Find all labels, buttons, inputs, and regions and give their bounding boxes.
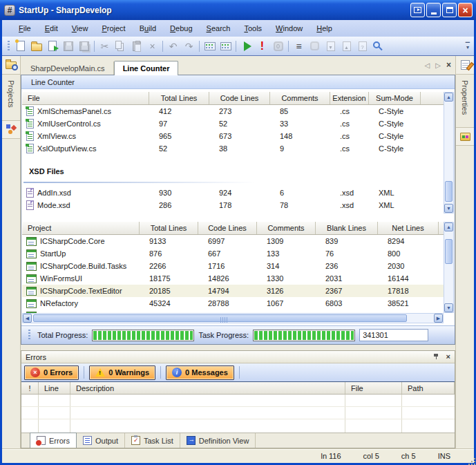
- project-row[interactable]: WinFormsUI 18175 14826 1330 2031 16144: [22, 272, 444, 285]
- warnings-filter-button[interactable]: 0 Warnings: [89, 366, 155, 380]
- toolbar-separator[interactable]: [197, 39, 202, 54]
- run-without-debugger-button[interactable]: !: [254, 39, 270, 54]
- bottom-tab-definition-view[interactable]: Definition View: [180, 433, 256, 448]
- properties-pad-label[interactable]: Properties: [461, 75, 469, 120]
- file-row[interactable]: AddIn.xsd 930 924 6 .xsd XML: [22, 187, 444, 199]
- column-header[interactable]: Net Lines: [378, 222, 439, 234]
- projects-table-scrollbar[interactable]: ▲ ▼: [444, 222, 454, 313]
- column-header[interactable]: Blank Lines: [316, 222, 378, 234]
- properties-pad-button[interactable]: [456, 56, 474, 75]
- toolbox-pad-button[interactable]: [456, 127, 474, 146]
- column-header[interactable]: Sum-Mode: [369, 92, 421, 104]
- bottom-tab-errors[interactable]: Errors: [30, 433, 77, 448]
- file-row[interactable]: XmlUserControl.cs 97 52 33 .cs C-Style: [22, 117, 444, 130]
- dock-button[interactable]: [410, 3, 425, 17]
- app-icon[interactable]: #: [4, 5, 15, 16]
- paste-button[interactable]: [128, 39, 144, 54]
- classes-pad-button[interactable]: [2, 120, 20, 139]
- menu-view[interactable]: View: [65, 22, 95, 35]
- scroll-left-icon[interactable]: ◀: [23, 314, 32, 323]
- column-header[interactable]: Code Lines: [198, 222, 257, 234]
- file-row[interactable]: XmlSchemasPanel.cs 412 273 85 .cs C-Styl…: [22, 105, 444, 117]
- rebuild-button[interactable]: [218, 39, 234, 54]
- tab-scroll-right-icon[interactable]: ▷: [435, 61, 441, 69]
- column-header[interactable]: Project: [22, 222, 140, 234]
- tab-sharpdevelopmain[interactable]: SharpDevelopMain.cs: [22, 61, 114, 75]
- column-header[interactable]: Line: [39, 382, 70, 394]
- errors-close-icon[interactable]: ×: [446, 353, 450, 361]
- scroll-down-icon[interactable]: ▼: [444, 303, 453, 312]
- projects-table-hscrollbar[interactable]: ◀ ▶: [22, 313, 444, 323]
- maximize-button[interactable]: [442, 3, 457, 17]
- column-header[interactable]: Comments: [270, 92, 330, 104]
- stop-button[interactable]: 0: [270, 39, 286, 54]
- errors-filter-button[interactable]: ×0 Errors: [24, 366, 79, 380]
- save-button[interactable]: [60, 39, 76, 54]
- menu-debug[interactable]: Debug: [163, 22, 199, 35]
- scroll-up-icon[interactable]: ▲: [444, 222, 453, 231]
- undo-button[interactable]: ↶: [165, 39, 181, 54]
- file-row[interactable]: Mode.xsd 286 178 78 .xsd XML: [22, 199, 444, 211]
- task-list-button[interactable]: ≡: [291, 39, 307, 54]
- scroll-right-icon[interactable]: ▶: [434, 314, 443, 323]
- project-row[interactable]: ICSharpCode.TextEditor 20185 14794 3126 …: [22, 285, 444, 297]
- menu-window[interactable]: Window: [269, 22, 310, 35]
- menu-edit[interactable]: Edit: [38, 22, 65, 35]
- new-file-button[interactable]: [12, 39, 28, 54]
- column-header[interactable]: Description: [70, 382, 345, 394]
- file-row[interactable]: XmlView.cs 965 673 148 .cs C-Style: [22, 130, 444, 142]
- search-button[interactable]: [370, 39, 386, 54]
- project-row[interactable]: StartUp 876 667 133 76 800: [22, 247, 444, 260]
- toolbar-overflow-chevron[interactable]: ▔▾: [464, 43, 471, 50]
- progress-grip[interactable]: [28, 330, 30, 341]
- column-header[interactable]: Comments: [257, 222, 316, 234]
- scroll-up-icon[interactable]: ▲: [444, 93, 453, 102]
- prev-bookmark-button[interactable]: ▾: [323, 39, 339, 54]
- messages-filter-button[interactable]: i0 Messages: [166, 366, 234, 380]
- resize-grip[interactable]: [471, 461, 473, 462]
- region-button[interactable]: [307, 39, 323, 54]
- bottom-tab-output[interactable]: Output: [77, 433, 125, 448]
- files-table-scrollbar[interactable]: ▲ ▼: [444, 92, 454, 213]
- project-row[interactable]: ICSharpCode.Core 9133 6997 1309 839 8294: [22, 235, 444, 247]
- cut-button[interactable]: ✂: [97, 39, 113, 54]
- project-row[interactable]: ICSharpCode.Build.Tasks 2266 1716 314 23…: [22, 260, 444, 272]
- save-all-button[interactable]: [76, 39, 92, 54]
- scroll-down-icon[interactable]: ▼: [444, 204, 453, 213]
- close-button[interactable]: ×: [458, 3, 473, 17]
- next-bookmark-button[interactable]: ▴: [339, 39, 354, 54]
- file-row[interactable]: XslOutputView.cs 52 38 9 .cs C-Style: [22, 142, 444, 155]
- help-button[interactable]: ?: [354, 39, 370, 54]
- column-header[interactable]: Total Lines: [140, 222, 198, 234]
- project-row[interactable]: NRefactory 45324 28788 1067 6803 38521: [22, 297, 444, 310]
- tab-close-icon[interactable]: ×: [446, 60, 451, 70]
- menu-tools[interactable]: Tools: [237, 22, 269, 35]
- tab-scroll-left-icon[interactable]: ◁: [425, 61, 430, 69]
- tab-line-counter[interactable]: Line Counter: [114, 61, 179, 75]
- bottom-tab-task-list[interactable]: Task List: [125, 433, 180, 448]
- scroll-thumb[interactable]: [33, 314, 407, 322]
- column-header[interactable]: !: [21, 382, 39, 394]
- menu-file[interactable]: File: [12, 22, 38, 35]
- projects-pad-button[interactable]: [2, 56, 20, 75]
- column-header[interactable]: Code Lines: [209, 92, 270, 104]
- column-header[interactable]: Extension: [330, 92, 369, 104]
- column-header[interactable]: Path: [402, 382, 455, 394]
- menu-help[interactable]: Help: [310, 22, 339, 35]
- projects-pad-label[interactable]: Projects: [7, 75, 15, 113]
- open-project-button[interactable]: [44, 39, 60, 54]
- menu-project[interactable]: Project: [95, 22, 132, 35]
- minimize-button[interactable]: [426, 3, 441, 17]
- toolbar-grip[interactable]: [8, 41, 10, 52]
- toolbar-separator[interactable]: [92, 39, 97, 54]
- copy-button[interactable]: [113, 39, 128, 54]
- pin-icon[interactable]: [433, 354, 439, 360]
- menu-search[interactable]: Search: [200, 22, 238, 35]
- toolbar-separator[interactable]: [234, 39, 238, 54]
- scroll-thumb[interactable]: [445, 181, 453, 202]
- scroll-thumb[interactable]: [445, 239, 453, 264]
- toolbar-separator[interactable]: [286, 39, 291, 54]
- run-button[interactable]: [238, 39, 254, 54]
- column-header[interactable]: File: [22, 92, 149, 104]
- open-file-button[interactable]: [28, 39, 44, 54]
